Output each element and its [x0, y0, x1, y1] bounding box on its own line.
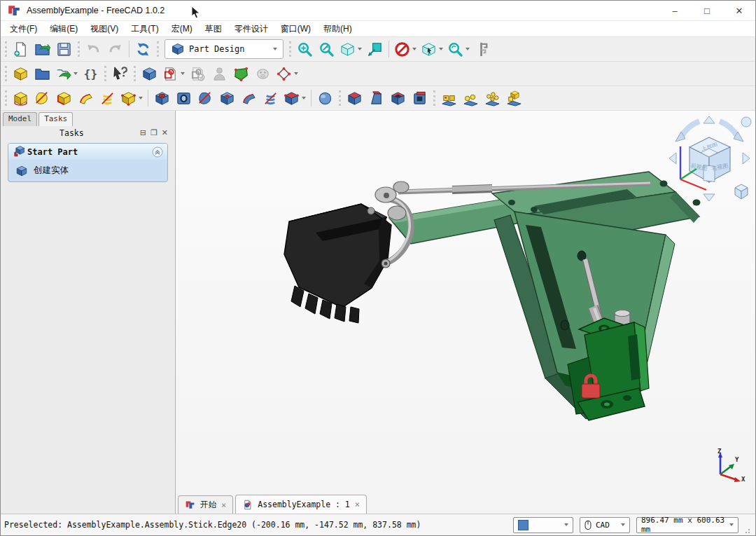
bucket-part[interactable]: [284, 204, 391, 323]
whats-this-button[interactable]: [110, 64, 130, 84]
groove-button[interactable]: [195, 88, 216, 109]
menu-window[interactable]: 窗口(W): [274, 22, 317, 36]
subtractive-pipe-button[interactable]: [239, 88, 259, 109]
navigation-style-dropdown[interactable]: CAD: [580, 517, 630, 533]
additive-pipe-button[interactable]: [76, 88, 96, 109]
tab-model[interactable]: Model: [3, 112, 37, 126]
link-button[interactable]: [54, 64, 79, 84]
nav-arrow-up[interactable]: [704, 116, 715, 123]
toolbar-grip[interactable]: [5, 90, 7, 106]
menu-partdesign[interactable]: 零件设计: [228, 22, 274, 36]
edit-sketch-button[interactable]: [188, 64, 208, 84]
multitransform-button[interactable]: [504, 88, 524, 109]
braces-icon: {}: [84, 67, 97, 81]
open-file-button[interactable]: [32, 39, 52, 60]
fillet-button[interactable]: [315, 88, 335, 109]
create-body-button[interactable]: [139, 64, 160, 84]
toolbar-grip[interactable]: [104, 66, 106, 81]
new-file-button[interactable]: [10, 39, 31, 60]
nav-arrow-down[interactable]: [704, 194, 715, 201]
navigation-cube[interactable]: 上视图 前视图 右视图: [666, 115, 753, 202]
style-dropdown[interactable]: [513, 517, 573, 533]
nav-orbit-dot[interactable]: [741, 117, 751, 127]
subtractive-helix-button[interactable]: [260, 88, 281, 109]
subtractive-primitive-button[interactable]: [282, 88, 307, 109]
collapse-chevron-icon[interactable]: [152, 146, 163, 158]
menu-sketch[interactable]: 草图: [199, 22, 228, 36]
start-part-header[interactable]: Start Part: [8, 144, 167, 160]
thickness-button[interactable]: [388, 88, 408, 109]
tab-close-icon[interactable]: ×: [355, 500, 360, 509]
rotate-right-arrow-icon[interactable]: [720, 121, 743, 142]
selection-view-button[interactable]: [419, 39, 444, 60]
toolbar-grip[interactable]: [5, 66, 7, 81]
subtractive-loft-button[interactable]: [217, 88, 237, 109]
menu-help[interactable]: 帮助(H): [317, 22, 358, 36]
toolbar-grip[interactable]: [289, 41, 291, 57]
create-sketch-button[interactable]: [161, 64, 186, 84]
create-part-button[interactable]: [10, 64, 31, 84]
save-button[interactable]: [54, 39, 74, 60]
view-dimensions-dropdown[interactable]: 896.47 mm x 600.63 mm: [636, 517, 738, 533]
mirrored-button[interactable]: [439, 88, 459, 109]
mini-cube-icon[interactable]: [735, 184, 748, 199]
zoom-tools-button[interactable]: [446, 39, 471, 60]
tab-start-page[interactable]: 开始 ×: [178, 495, 233, 514]
dock-minimize-button[interactable]: ⊟: [138, 128, 148, 137]
menu-macro[interactable]: 宏(M): [165, 22, 199, 36]
pocket-button[interactable]: [152, 88, 172, 109]
fit-selection-button[interactable]: [316, 39, 337, 60]
chamfer-button[interactable]: [344, 88, 365, 109]
dock-float-button[interactable]: ❐: [148, 128, 160, 137]
menu-tools[interactable]: 工具(T): [125, 22, 164, 36]
nav-arrow-right[interactable]: [743, 153, 750, 164]
shell-button[interactable]: [410, 88, 430, 109]
additive-helix-button[interactable]: [97, 88, 118, 109]
hole-button[interactable]: [174, 88, 194, 109]
additive-loft-button[interactable]: [54, 88, 74, 109]
menu-view[interactable]: 视图(V): [84, 22, 125, 36]
fit-all-button[interactable]: [295, 39, 315, 60]
sync-view-button[interactable]: [365, 39, 385, 60]
toolbar-grip[interactable]: [433, 90, 435, 106]
workbench-selector[interactable]: Part Design: [164, 39, 284, 59]
3d-viewport[interactable]: 上视图 前视图 右视图: [176, 111, 755, 514]
map-sketch-button[interactable]: [231, 64, 251, 84]
measure-button[interactable]: [472, 39, 493, 60]
menu-file[interactable]: 文件(F): [4, 22, 43, 36]
toolbar-grip[interactable]: [5, 41, 7, 57]
polar-pattern-button[interactable]: [482, 88, 503, 109]
maximize-button[interactable]: □: [691, 1, 723, 20]
pad-button[interactable]: [10, 88, 31, 109]
attach-sketch-button[interactable]: [209, 64, 230, 84]
undo-button[interactable]: [83, 39, 104, 60]
draw-style-button[interactable]: [393, 39, 418, 60]
linear-pattern-button[interactable]: [461, 88, 481, 109]
expression-button[interactable]: {}: [80, 64, 101, 84]
refresh-button[interactable]: [133, 39, 153, 60]
revolution-button[interactable]: [32, 88, 52, 109]
validate-sketch-button[interactable]: [274, 64, 300, 84]
close-button[interactable]: ✕: [723, 1, 755, 20]
create-group-button[interactable]: [32, 64, 52, 84]
draft-button[interactable]: [366, 88, 386, 109]
dock-close-button[interactable]: ✕: [160, 128, 170, 137]
toolbar-grip[interactable]: [157, 41, 159, 57]
axonometric-view-button[interactable]: [338, 39, 363, 60]
create-solid-item[interactable]: 创建实体: [8, 160, 167, 181]
menu-edit[interactable]: 编辑(E): [43, 22, 84, 36]
tab-tasks[interactable]: Tasks: [38, 112, 73, 126]
toolbar-grip[interactable]: [339, 90, 341, 106]
nav-arrow-left[interactable]: [669, 153, 676, 164]
toolbar-grip[interactable]: [134, 66, 136, 81]
nav-cube-body[interactable]: 上视图 前视图 右视图: [690, 137, 730, 182]
rotate-left-arrow-icon[interactable]: [676, 121, 699, 142]
tab-assembly-document[interactable]: AssemblyExample : 1 ×: [235, 495, 367, 514]
additive-primitive-button[interactable]: [119, 88, 144, 109]
redo-button[interactable]: [105, 39, 125, 60]
toolbar-grip[interactable]: [78, 41, 80, 57]
resize-grip[interactable]: [745, 527, 752, 534]
reorient-sketch-button[interactable]: [253, 64, 273, 84]
tab-close-icon[interactable]: ×: [221, 500, 226, 510]
minimize-button[interactable]: –: [659, 1, 691, 20]
